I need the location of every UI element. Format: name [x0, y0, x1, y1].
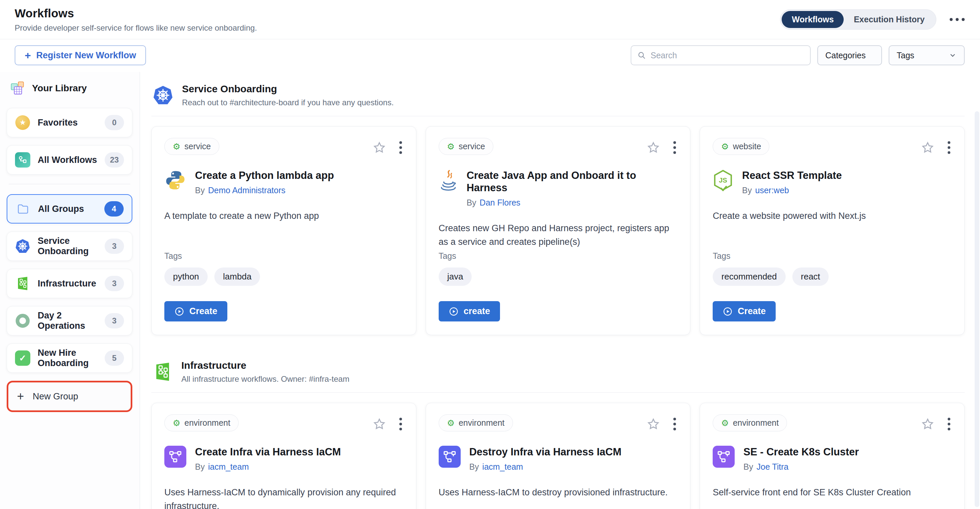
- workflow-cards-grid: ⚙ service: [151, 126, 965, 335]
- card-byline: Byiacm_team: [195, 462, 341, 472]
- favorite-star-icon[interactable]: [647, 141, 660, 154]
- folder-icon: [15, 201, 31, 217]
- sidebar-item-new-hire-onboarding[interactable]: ✓ New Hire Onboarding 5: [7, 343, 132, 373]
- new-group-button[interactable]: + New Group: [7, 381, 132, 412]
- count-badge: 3: [105, 313, 124, 328]
- author-link[interactable]: Dan Flores: [480, 198, 520, 207]
- page-header-titles: Workflows Provide developer self-service…: [15, 7, 257, 33]
- tags-label: Tags: [164, 251, 403, 261]
- count-badge: 23: [105, 152, 124, 168]
- day2-ops-ring-icon: [15, 313, 30, 328]
- search-input[interactable]: [651, 51, 804, 60]
- sidebar-item-label: All Groups: [38, 204, 97, 214]
- register-new-workflow-button[interactable]: + Register New Workflow: [15, 45, 146, 65]
- favorite-star-icon[interactable]: [647, 417, 660, 431]
- favorite-star-icon[interactable]: [921, 417, 934, 431]
- section-divider: [151, 392, 965, 393]
- search-icon: [637, 51, 646, 60]
- workflow-card-se-k8s-cluster: ⚙ environment: [700, 403, 965, 509]
- favorite-star-icon[interactable]: [373, 141, 386, 154]
- card-byline: ByDemo Administrators: [195, 186, 334, 195]
- tag-pill: python: [164, 268, 208, 286]
- workflow-card-python-lambda: ⚙ service: [151, 126, 416, 335]
- author-link[interactable]: Joe Titra: [757, 462, 789, 471]
- tag-pill: lambda: [214, 268, 260, 286]
- card-title: Create Java App and Onboard it to Harnes…: [467, 169, 678, 194]
- play-circle-icon: [449, 306, 459, 316]
- gear-icon: ⚙: [447, 419, 455, 427]
- section-subtitle: Reach out to #architecture-board if you …: [182, 98, 394, 107]
- favorite-star-icon[interactable]: [373, 417, 386, 431]
- author-link[interactable]: Demo Administrators: [208, 186, 285, 195]
- plus-icon: +: [17, 390, 24, 403]
- card-description: Create a website powered with Next.js: [713, 209, 952, 223]
- check-icon: ✓: [15, 350, 30, 366]
- plus-icon: +: [25, 50, 31, 60]
- sidebar: Your Library ★ Favorites 0 All Workflows…: [0, 72, 140, 509]
- sidebar-item-infrastructure[interactable]: Infrastructure 3: [7, 269, 132, 298]
- author-link[interactable]: iacm_team: [208, 462, 249, 471]
- library-header: Your Library: [10, 81, 132, 96]
- search-box[interactable]: [631, 45, 811, 65]
- card-title: Create Infra via Harness IaCM: [195, 446, 341, 458]
- vertical-scrollbar[interactable]: [975, 111, 979, 507]
- iacm-pipeline-icon: [439, 446, 461, 468]
- tag-pill: react: [792, 268, 829, 286]
- workflow-card-java-app: ⚙ service: [426, 126, 690, 335]
- iacm-pipeline-icon: [713, 446, 735, 468]
- categories-dropdown-label: Categories: [825, 51, 865, 60]
- chevron-down-icon: [949, 51, 957, 59]
- kebab-menu-icon[interactable]: [672, 416, 677, 432]
- card-title: React SSR Template: [742, 169, 842, 182]
- more-options-icon[interactable]: [950, 18, 965, 21]
- card-title: Create a Python lambda app: [195, 169, 334, 182]
- kebab-menu-icon[interactable]: [947, 140, 952, 155]
- tags-dropdown[interactable]: Tags: [889, 45, 965, 65]
- tags-label: Tags: [439, 251, 678, 261]
- main-content: Service Onboarding Reach out to #archite…: [140, 72, 980, 509]
- sidebar-item-day-2-operations[interactable]: Day 2 Operations 3: [7, 306, 132, 335]
- card-byline: ByJoe Titra: [743, 462, 859, 472]
- section-title: Service Onboarding: [182, 83, 394, 95]
- page-title: Workflows: [15, 7, 257, 20]
- create-button[interactable]: Create: [713, 301, 776, 322]
- author-link[interactable]: iacm_team: [482, 462, 523, 471]
- gear-icon: ⚙: [447, 142, 455, 151]
- kebab-menu-icon[interactable]: [672, 140, 677, 155]
- favorites-star-icon: ★: [15, 115, 30, 130]
- count-badge: 3: [105, 238, 124, 254]
- python-icon: [164, 169, 186, 191]
- favorite-star-icon[interactable]: [921, 141, 934, 154]
- categories-dropdown[interactable]: Categories: [817, 45, 882, 65]
- workflow-card-create-infra: ⚙ environment: [151, 403, 416, 509]
- card-description: Uses Harness-IaCM to dynamically provisi…: [164, 486, 403, 509]
- kebab-menu-icon[interactable]: [398, 416, 403, 432]
- sidebar-item-service-onboarding[interactable]: Service Onboarding 3: [7, 232, 132, 261]
- section-divider: [151, 116, 965, 116]
- tags-row: recommended react: [713, 268, 952, 286]
- tab-workflows[interactable]: Workflows: [782, 11, 844, 28]
- sidebar-item-all-groups[interactable]: All Groups 4: [7, 194, 132, 224]
- svg-text:JS: JS: [719, 176, 727, 184]
- create-button[interactable]: create: [439, 301, 500, 322]
- count-badge: 5: [105, 350, 124, 366]
- author-link[interactable]: user:web: [755, 186, 789, 195]
- library-label: Your Library: [32, 83, 87, 94]
- kebab-menu-icon[interactable]: [398, 140, 403, 155]
- sidebar-item-favorites[interactable]: ★ Favorites 0: [7, 108, 132, 137]
- type-badge: ⚙ service: [164, 138, 220, 155]
- count-badge: 0: [105, 115, 124, 130]
- kebab-menu-icon[interactable]: [947, 416, 952, 432]
- card-title: SE - Create K8s Cluster: [743, 446, 859, 458]
- sidebar-item-label: All Workflows: [38, 155, 97, 165]
- register-new-workflow-label: Register New Workflow: [37, 50, 136, 60]
- gear-icon: ⚙: [173, 419, 180, 427]
- kubernetes-icon: [153, 85, 173, 106]
- gear-icon: ⚙: [721, 419, 729, 427]
- kubernetes-icon: [15, 238, 30, 254]
- create-button[interactable]: Create: [164, 301, 228, 322]
- section-header-service-onboarding: Service Onboarding Reach out to #archite…: [153, 83, 965, 107]
- sidebar-item-all-workflows[interactable]: All Workflows 23: [7, 145, 132, 174]
- tab-execution-history[interactable]: Execution History: [844, 11, 935, 28]
- section-subtitle: All infrastructure workflows. Owner: #in…: [181, 374, 349, 384]
